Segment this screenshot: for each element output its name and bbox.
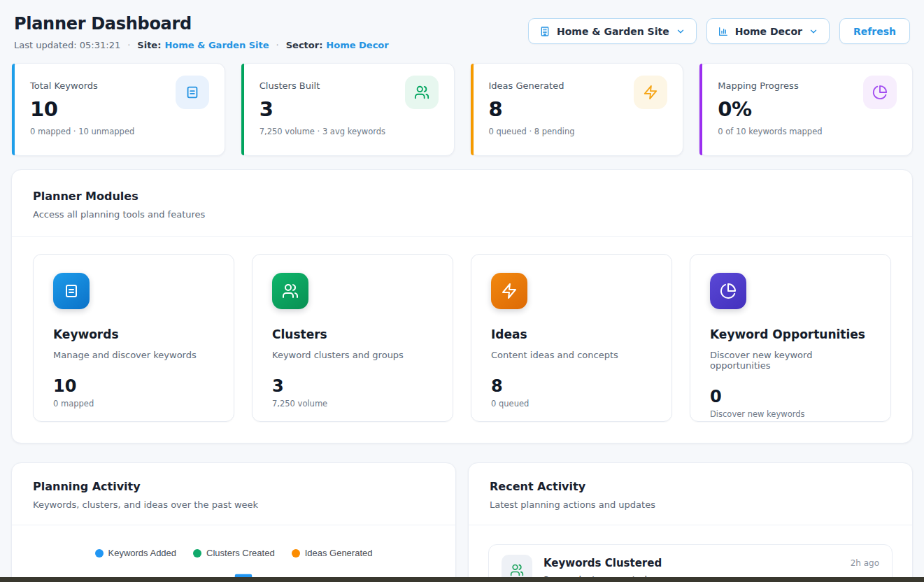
module-description: Keyword clusters and groups — [272, 350, 433, 360]
card-title: Planning Activity — [33, 480, 434, 493]
card-title: Recent Activity — [490, 480, 891, 493]
module-title: Ideas — [491, 327, 652, 341]
legend-item-clusters-created[interactable]: Clusters Created — [193, 548, 275, 558]
stat-subtitle: 7,250 volume · 3 avg keywords — [260, 127, 439, 136]
taskbar-edge — [0, 577, 924, 582]
site-selector-dropdown[interactable]: Home & Garden Site — [528, 18, 697, 44]
legend-dot-orange — [292, 549, 300, 558]
activity-title: Keywords Clustered — [543, 557, 839, 569]
sector-link[interactable]: Home Decor — [326, 40, 388, 50]
users-icon — [272, 273, 308, 309]
page-meta: Last updated: 05:31:21 · Site: Home & Ga… — [14, 40, 389, 50]
chevron-down-icon — [676, 27, 685, 36]
module-value: 10 — [53, 376, 214, 396]
building-icon — [539, 26, 550, 37]
lightning-icon — [491, 273, 527, 309]
stat-subtitle: 0 mapped · 10 unmapped — [30, 127, 209, 136]
stat-card-clusters-built: Clusters Built 3 7,250 volume · 3 avg ke… — [241, 63, 455, 156]
planning-activity-card: Planning Activity Keywords, clusters, an… — [11, 462, 456, 582]
lightning-icon — [634, 76, 667, 109]
stat-card-total-keywords: Total Keywords 10 0 mapped · 10 unmapped — [11, 63, 225, 156]
refresh-button-label: Refresh — [853, 26, 896, 37]
module-card-ideas[interactable]: Ideas Content ideas and concepts 8 0 que… — [471, 254, 672, 422]
legend-label: Keywords Added — [108, 548, 177, 558]
pie-chart-icon — [710, 273, 746, 309]
site-label: Site: — [137, 40, 161, 50]
card-subtitle: Latest planning actions and updates — [490, 499, 891, 510]
last-updated-value: 05:31:21 — [80, 40, 120, 50]
document-icon — [176, 76, 209, 109]
legend-label: Clusters Created — [206, 548, 275, 558]
legend-label: Ideas Generated — [305, 548, 373, 558]
legend-dot-green — [193, 549, 201, 558]
module-caption: 0 queued — [491, 399, 652, 409]
planner-modules-panel: Planner Modules Access all planning tool… — [11, 169, 913, 443]
module-card-clusters[interactable]: Clusters Keyword clusters and groups 3 7… — [252, 254, 453, 422]
site-selector-label: Home & Garden Site — [557, 26, 669, 37]
page-title: Planner Dashboard — [14, 14, 389, 34]
module-value: 3 — [272, 376, 433, 396]
meta-separator: · — [127, 40, 130, 50]
recent-activity-head: Recent Activity Latest planning actions … — [469, 463, 912, 510]
sector-label: Sector: — [286, 40, 323, 50]
bar-chart-icon — [718, 26, 729, 37]
users-icon — [405, 76, 439, 109]
module-description: Discover new keyword opportunities — [710, 350, 871, 371]
activity-list: Keywords Clustered 3 new clusters create… — [469, 525, 912, 582]
module-card-keyword-opportunities[interactable]: Keyword Opportunities Discover new keywo… — [690, 254, 891, 422]
module-value: 8 — [491, 376, 652, 396]
planning-activity-head: Planning Activity Keywords, clusters, an… — [12, 463, 455, 510]
refresh-button[interactable]: Refresh — [839, 18, 910, 44]
stat-card-ideas-generated: Ideas Generated 8 0 queued · 8 pending — [470, 63, 684, 156]
module-description: Content ideas and concepts — [491, 350, 652, 360]
site-link[interactable]: Home & Garden Site — [164, 40, 269, 50]
legend-item-ideas-generated[interactable]: Ideas Generated — [292, 548, 373, 558]
module-card-keywords[interactable]: Keywords Manage and discover keywords 10… — [33, 254, 234, 422]
panel-title: Planner Modules — [33, 190, 891, 203]
activity-timestamp: 2h ago — [851, 555, 879, 568]
page-header: Planner Dashboard Last updated: 05:31:21… — [11, 14, 913, 50]
stat-cards-row: Total Keywords 10 0 mapped · 10 unmapped… — [11, 63, 913, 156]
module-title: Keyword Opportunities — [710, 327, 871, 341]
module-value: 0 — [710, 387, 871, 406]
stat-subtitle: 0 queued · 8 pending — [489, 127, 668, 136]
module-title: Keywords — [53, 327, 214, 341]
legend-dot-blue — [95, 549, 104, 558]
header-left: Planner Dashboard Last updated: 05:31:21… — [14, 14, 389, 50]
chevron-down-icon — [809, 27, 818, 36]
planner-dashboard-page: Planner Dashboard Last updated: 05:31:21… — [0, 0, 924, 582]
stat-subtitle: 0 of 10 keywords mapped — [718, 127, 897, 136]
panel-subtitle: Access all planning tools and features — [33, 209, 891, 220]
document-icon — [53, 273, 90, 309]
modules-grid: Keywords Manage and discover keywords 10… — [33, 254, 891, 422]
bottom-row: Planning Activity Keywords, clusters, an… — [11, 462, 913, 582]
card-subtitle: Keywords, clusters, and ideas over the p… — [33, 499, 434, 510]
card-divider — [12, 525, 455, 525]
sector-selector-dropdown[interactable]: Home Decor — [706, 18, 830, 44]
module-description: Manage and discover keywords — [53, 350, 214, 360]
activity-item-keywords-clustered: Keywords Clustered 3 new clusters create… — [488, 544, 893, 582]
header-actions: Home & Garden Site Home Decor Refresh — [528, 18, 910, 44]
module-caption: 7,250 volume — [272, 399, 433, 409]
recent-activity-card: Recent Activity Latest planning actions … — [468, 462, 913, 582]
stat-card-mapping-progress: Mapping Progress 0% 0 of 10 keywords map… — [699, 63, 913, 156]
module-title: Clusters — [272, 327, 433, 341]
chart-legend: Keywords Added Clusters Created Ideas Ge… — [12, 548, 455, 558]
panel-divider — [12, 236, 912, 237]
module-caption: Discover new keywords — [710, 409, 871, 419]
sector-selector-label: Home Decor — [735, 26, 802, 37]
pie-chart-icon — [863, 76, 897, 109]
legend-item-keywords-added[interactable]: Keywords Added — [95, 548, 177, 558]
module-caption: 0 mapped — [53, 399, 214, 409]
last-updated-label: Last updated: — [14, 40, 77, 50]
meta-separator: · — [276, 40, 279, 50]
